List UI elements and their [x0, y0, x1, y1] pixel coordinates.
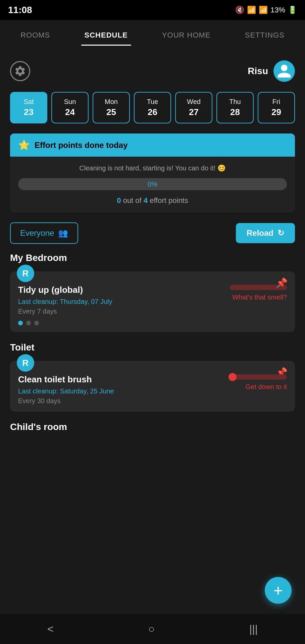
task-info-2: Clean toilet brush Last cleanup: Saturda… — [18, 374, 226, 405]
nav-home-button[interactable]: ○ — [138, 620, 165, 639]
task-warning: What's that smell? — [232, 293, 287, 301]
room-section-childs-room: Child's room — [10, 422, 295, 432]
day-btn-wed[interactable]: Wed 27 — [175, 92, 212, 123]
task-right-2: Get down to it — [226, 374, 287, 391]
task-body: Tidy up (global) Last cleanup: Thursday,… — [18, 285, 287, 315]
effort-title: Effort points done today — [35, 141, 128, 150]
day-selector: Sat 23 Sun 24 Mon 25 Tue 26 Wed 27 Thu 2… — [10, 92, 295, 123]
room-section-toilet: Toilet R 📌 Clean toilet brush Last clean… — [10, 342, 295, 412]
day-btn-fri[interactable]: Fri 29 — [258, 92, 295, 123]
reload-label: Reload — [247, 228, 273, 238]
status-time: 11:08 — [8, 5, 32, 15]
filter-row: Everyone 👥 Reload ↻ — [10, 222, 295, 244]
wifi-icon: 📶 — [247, 6, 256, 14]
battery-icon: 🔋 — [288, 6, 297, 14]
tab-your-home[interactable]: YOUR HOME — [159, 27, 214, 44]
task-card-tidy-up: R 📌 Tidy up (global) Last cleanup: Thurs… — [10, 271, 295, 332]
tab-settings[interactable]: SETTINGS — [242, 27, 288, 44]
day-btn-tue[interactable]: Tue 26 — [134, 92, 171, 123]
everyone-label: Everyone — [20, 228, 54, 238]
task-avatar-r2: R — [17, 354, 34, 372]
avatar-icon — [276, 63, 292, 79]
room-section-bedroom: My Bedroom R 📌 Tidy up (global) Last cle… — [10, 253, 295, 332]
task-last-cleanup-2: Last cleanup: Saturday, 25 June — [18, 387, 220, 395]
task-name-2: Clean toilet brush — [18, 374, 220, 385]
status-bar: 11:08 🔇 📶 📶 13% 🔋 — [0, 0, 305, 20]
effort-count-done: 0 — [117, 196, 121, 205]
reload-icon: ↻ — [277, 228, 284, 238]
progress-bar: 0% — [18, 178, 287, 190]
task-bar-dot — [228, 373, 237, 381]
nav-recents-button[interactable]: ||| — [239, 620, 268, 639]
nav-tabs: ROOMS SCHEDULE YOUR HOME SETTINGS — [0, 20, 305, 44]
tab-schedule[interactable]: SCHEDULE — [81, 27, 131, 44]
group-icon: 👥 — [58, 228, 68, 238]
task-frequency-2: Every 30 days — [18, 397, 220, 405]
effort-motivation: Cleaning is not hard, starting is! You c… — [18, 164, 287, 172]
day-btn-mon[interactable]: Mon 25 — [93, 92, 130, 123]
reload-button[interactable]: Reload ↻ — [236, 223, 295, 243]
effort-body: Cleaning is not hard, starting is! You c… — [10, 157, 295, 212]
task-last-cleanup: Last cleanup: Thursday, 07 July — [18, 298, 220, 306]
room-title-bedroom: My Bedroom — [10, 253, 295, 263]
task-avatar-r: R — [17, 265, 34, 282]
add-task-fab[interactable]: + — [265, 577, 292, 604]
dot-3 — [34, 321, 39, 325]
day-btn-sun[interactable]: Sun 24 — [51, 92, 89, 123]
avatar[interactable] — [273, 60, 295, 82]
user-name: Risu — [248, 66, 268, 76]
room-title-childs-room: Child's room — [10, 422, 295, 432]
settings-button[interactable] — [10, 61, 30, 81]
task-card-toilet-brush: R 📌 Clean toilet brush Last cleanup: Sat… — [10, 361, 295, 412]
pin-icon[interactable]: 📌 — [276, 277, 288, 288]
day-btn-thu[interactable]: Thu 28 — [216, 92, 254, 123]
star-icon: ⭐ — [18, 140, 30, 151]
task-body-2: Clean toilet brush Last cleanup: Saturda… — [18, 374, 287, 405]
gear-icon — [14, 65, 26, 77]
effort-header: ⭐ Effort points done today — [10, 133, 295, 157]
task-name: Tidy up (global) — [18, 285, 220, 295]
nav-back-button[interactable]: < — [37, 620, 64, 639]
user-row: Risu — [248, 60, 295, 82]
day-btn-sat[interactable]: Sat 23 — [10, 92, 47, 123]
main-content: Risu Sat 23 Sun 24 Mon 25 Tue 26 Wed — [0, 44, 305, 483]
header-row: Risu — [10, 60, 295, 82]
task-frequency: Every 7 days — [18, 308, 220, 315]
signal-icon: 📶 — [259, 6, 268, 14]
task-progress-bar-2 — [230, 374, 287, 380]
effort-card: ⭐ Effort points done today Cleaning is n… — [10, 133, 295, 212]
room-title-toilet: Toilet — [10, 342, 295, 353]
battery-indicator: 13% — [270, 6, 285, 14]
task-dots — [18, 321, 287, 325]
dot-1 — [18, 321, 23, 325]
everyone-button[interactable]: Everyone 👥 — [10, 222, 78, 244]
effort-count-total: 4 — [144, 196, 148, 205]
task-warning-2: Get down to it — [246, 383, 287, 391]
status-icons: 🔇 📶 📶 13% 🔋 — [235, 6, 297, 14]
effort-count: 0 out of 4 effort points — [18, 196, 287, 205]
effort-count-label: effort points — [150, 196, 188, 205]
bottom-nav: < ○ ||| — [0, 614, 305, 644]
tab-rooms[interactable]: ROOMS — [17, 27, 53, 44]
effort-count-separator: out of — [123, 196, 144, 205]
progress-label: 0% — [148, 180, 157, 188]
task-info: Tidy up (global) Last cleanup: Thursday,… — [18, 285, 226, 315]
mute-icon: 🔇 — [235, 6, 244, 14]
dot-2 — [26, 321, 31, 325]
